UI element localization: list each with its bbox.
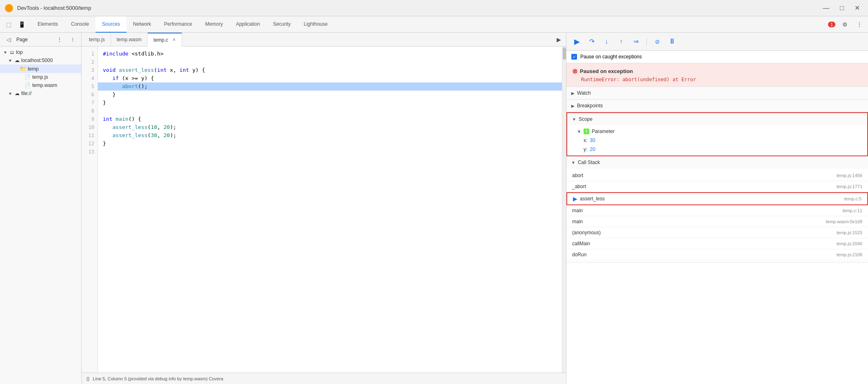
code-scrollbar[interactable]	[562, 47, 566, 373]
device-icon[interactable]: 📱	[16, 19, 27, 30]
editor-tab-temp-js[interactable]: temp.js	[83, 33, 111, 47]
code-line-8	[103, 107, 557, 115]
sidebar-more-icon[interactable]: ⋮	[54, 34, 65, 45]
code-line-4: if (x >= y) {	[103, 74, 557, 82]
callstack-fn-anonymous: (anonymous)	[572, 230, 601, 235]
close-button[interactable]: ✕	[851, 4, 863, 12]
tree-item-file[interactable]: ▼ ☁ file://	[0, 89, 81, 98]
more-icon[interactable]: ⋮	[854, 19, 865, 30]
callstack-loc-abort: temp.js:1456	[837, 173, 862, 178]
code-line-5: abort();	[98, 82, 562, 91]
callstack-fn-dorun: doRun	[572, 252, 586, 257]
breakpoints-arrow: ▶	[571, 104, 575, 108]
inspect-icon[interactable]: ⬚	[3, 19, 14, 30]
tab-sources[interactable]: Sources	[95, 16, 127, 33]
callstack-label: Call Stack	[578, 160, 600, 165]
tab-memory[interactable]: Memory	[199, 16, 229, 33]
tree-item-temp-folder[interactable]: 📁 temp	[0, 64, 81, 73]
code-line-13	[103, 148, 557, 156]
tree-item-localhost[interactable]: ▼ ☁ localhost:5000	[0, 56, 81, 64]
pause-exceptions-checkbox[interactable]	[571, 54, 577, 60]
code-line-11: assert_less(30, 20);	[103, 131, 557, 140]
step-over-btn[interactable]: ↷	[586, 36, 597, 47]
tab-console[interactable]: Console	[64, 16, 95, 33]
callstack-fn-_abort: _abort	[572, 184, 586, 189]
devtools-tabbar: ⬚ 📱 Elements Console Sources Network Per…	[0, 16, 868, 33]
exception-message: RuntimeError: abort(undefined) at Error	[572, 77, 862, 82]
parameter-arrow: ▼	[577, 129, 581, 134]
tab-security[interactable]: Security	[266, 16, 297, 33]
breakpoints-header[interactable]: ▶ Breakpoints	[566, 100, 868, 112]
callstack-fn-main-1: main	[572, 208, 583, 213]
callstack-_abort[interactable]: _abort temp.js:1771	[566, 181, 868, 192]
minimize-button[interactable]: —	[819, 4, 832, 12]
watch-label: Watch	[577, 90, 591, 96]
error-badge[interactable]: 1	[828, 22, 835, 27]
callstack-fn-abort: abort	[572, 173, 583, 178]
deactivate-btn[interactable]: ⊘	[652, 36, 663, 47]
watch-section: ▶ Watch	[566, 87, 868, 100]
callstack-loc-main-2: temp.wasm:0x1d9	[826, 219, 862, 224]
callstack-callmain[interactable]: callMain temp.js:2046	[566, 238, 868, 249]
callstack-dorun[interactable]: doRun temp.js:2106	[566, 249, 868, 260]
tab-network[interactable]: Network	[127, 16, 158, 33]
code-line-1: #include <stdlib.h>	[103, 50, 557, 58]
callstack-header[interactable]: ▼ Call Stack	[566, 156, 868, 169]
parameter-label: Parameter	[592, 129, 615, 134]
callstack-loc-callmain: temp.js:2046	[837, 241, 862, 246]
pause-exceptions-label: Pause on caught exceptions	[580, 54, 642, 60]
step-btn[interactable]: ⇒	[630, 36, 642, 47]
scope-section: ▼ Scope ▼ f Parameter x: 30 y: 20	[566, 112, 868, 156]
tree-item-temp-wasm[interactable]: 📄 temp.wasm	[0, 81, 81, 89]
callstack-content: abort temp.js:1456 _abort temp.js:1771 ▶…	[566, 169, 868, 262]
maximize-button[interactable]: □	[837, 4, 847, 12]
pause-btn[interactable]: ⏸	[666, 36, 678, 47]
callstack-fn-assert-less: ▶ assert_less	[573, 195, 605, 202]
exception-notice: ⊗ Paused on exception RuntimeError: abor…	[566, 63, 868, 87]
file-sidebar: ◁ Page ⋮ ⁝ ▼ 🗂 top ▼ ☁ localhost:5000	[0, 33, 82, 384]
callstack-loc-dorun: temp.js:2106	[837, 252, 862, 257]
resume-btn[interactable]: ▶	[571, 36, 583, 47]
scope-header[interactable]: ▼ Scope	[567, 113, 867, 125]
step-out-btn[interactable]: ↑	[615, 36, 627, 47]
scope-x-value: 30	[590, 138, 595, 143]
sidebar-dots-icon[interactable]: ⁝	[67, 34, 78, 45]
debugger-panel: ▶ ↷ ↓ ↑ ⇒ ⊘ ⏸ Pause on caught exceptions…	[566, 33, 868, 384]
step-into-btn[interactable]: ↓	[601, 36, 612, 47]
callstack-main-2[interactable]: main temp.wasm:0x1d9	[566, 216, 868, 227]
editor-tab-temp-wasm[interactable]: temp.wasm	[111, 33, 148, 47]
editor-tab-temp-c[interactable]: temp.c ✕	[148, 33, 182, 47]
scope-parameter-header[interactable]: ▼ f Parameter	[567, 127, 867, 136]
scroll-thumb[interactable]	[563, 47, 566, 60]
breakpoints-label: Breakpoints	[577, 103, 603, 109]
settings-icon[interactable]: ⚙	[839, 19, 850, 30]
callstack-loc-anonymous: temp.js:1525	[837, 230, 862, 235]
callstack-abort[interactable]: abort temp.js:1456	[566, 170, 868, 181]
watch-arrow: ▶	[571, 91, 575, 95]
callstack-arrow: ▼	[571, 160, 575, 165]
tab-lighthouse[interactable]: Lighthouse	[297, 16, 334, 33]
callstack-anonymous[interactable]: (anonymous) temp.js:1525	[566, 227, 868, 238]
close-tab-temp-c[interactable]: ✕	[172, 37, 176, 42]
status-text: Line 5, Column 5 (provided via debug inf…	[93, 376, 223, 381]
callstack-assert-less[interactable]: ▶ assert_less temp.c:5	[566, 192, 868, 205]
callstack-loc-assert-less: temp.c:5	[844, 196, 861, 201]
window-title: DevTools - localhost:5000/temp	[17, 5, 815, 11]
editor-tabs: temp.js temp.wasm temp.c ✕ ▶	[82, 33, 566, 47]
right-scroll-area[interactable]: Pause on caught exceptions ⊗ Paused on e…	[566, 51, 868, 384]
toolbar-sep	[646, 38, 647, 46]
watch-header[interactable]: ▶ Watch	[566, 87, 868, 99]
active-frame-arrow: ▶	[573, 195, 577, 202]
pause-exceptions-bar: Pause on caught exceptions	[566, 51, 868, 63]
tree-item-top[interactable]: ▼ 🗂 top	[0, 48, 81, 56]
editor-scroll-right-btn[interactable]: ▶	[553, 36, 564, 43]
code-line-3: void assert_less(int x, int y) {	[103, 66, 557, 74]
code-editor[interactable]: #include <stdlib.h> void assert_less(int…	[98, 47, 562, 373]
callstack-main-1[interactable]: main temp.c:11	[566, 205, 868, 216]
tab-performance[interactable]: Performance	[158, 16, 199, 33]
param-icon: f	[584, 129, 589, 134]
tree-item-temp-js[interactable]: 📄 temp.js	[0, 73, 81, 81]
tab-elements[interactable]: Elements	[31, 16, 64, 33]
sidebar-collapse-icon[interactable]: ◁	[3, 34, 14, 45]
tab-application[interactable]: Application	[229, 16, 266, 33]
